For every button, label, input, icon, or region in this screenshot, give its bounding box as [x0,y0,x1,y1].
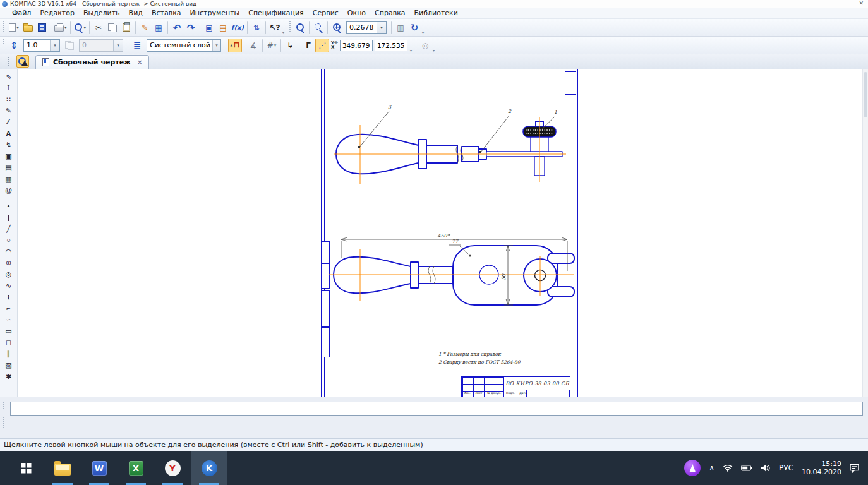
measure-tool[interactable]: ↯ [2,139,16,150]
grid-button[interactable]: # [265,39,279,52]
spec-document-tool[interactable]: ▤ [2,162,16,173]
menu-item[interactable]: Файл [8,8,35,18]
print-preview-button[interactable] [73,21,88,35]
geometry-panel-button[interactable] [16,55,29,68]
print-button[interactable] [53,21,68,35]
cursor-step-combo[interactable]: 1.0 ▾ [23,39,60,52]
clock[interactable]: 15:19 10.04.2020 [802,460,841,476]
toolbar-grip[interactable] [3,39,4,52]
zoom-scale-combo[interactable]: 0.2678 ▾ [346,21,387,34]
zoom-to-sheet-button[interactable] [293,21,307,35]
ellipse-tool[interactable]: ◎ [2,268,16,280]
tab-assembly-drawing[interactable]: Сборочный чертеж × [35,55,149,69]
property-bar-grip[interactable] [3,402,4,429]
zoom-area-button[interactable] [311,21,325,35]
save-button[interactable] [35,21,49,35]
parallel-lines-tool[interactable]: ∠ [2,116,16,128]
layout-tool[interactable]: ▦ [2,173,16,184]
text-tool[interactable]: A [2,128,16,139]
rebuild-button[interactable]: ▥ [394,21,407,35]
view-window-tool[interactable]: ▣ [2,150,16,162]
macro-button[interactable]: ◎ [418,39,432,52]
center-circle-tool[interactable]: ⊕ [2,257,16,268]
toolbar-overflow[interactable]: ▾ [433,48,435,52]
message-input[interactable] [10,402,863,416]
rectangle-tool[interactable]: ▭ [2,325,16,337]
toolbar-grip[interactable] [3,21,4,34]
open-document-button[interactable] [21,21,35,35]
current-layer-combo[interactable]: Системный слой (0) ▾ [147,39,221,52]
close-window-button[interactable]: ✕ [859,0,864,6]
alice-assistant-icon[interactable] [684,460,701,476]
arc-tool[interactable]: ◠ [2,246,16,257]
local-cs-button[interactable]: ↳ [283,39,297,52]
chevron-down-icon[interactable]: ▾ [377,22,386,33]
menu-item[interactable]: Редактор [35,8,79,18]
refresh-view-button[interactable]: ↻ [407,21,421,35]
snaps-button[interactable]: ⊔ [228,39,242,52]
menu-item[interactable]: Вставка [147,8,186,18]
menu-item[interactable]: Спецификация [244,8,308,18]
toolbar-overflow[interactable]: ▾ [422,30,424,35]
circle-tool[interactable]: ○ [2,234,16,246]
menu-item[interactable]: Вид [124,8,147,18]
toolbar-grip[interactable] [289,21,291,34]
point-tool[interactable]: • [2,200,16,212]
trim-tool[interactable]: ⊺ [2,82,16,93]
paste-button[interactable] [119,21,133,35]
equidistant-tool[interactable]: ∥ [2,348,16,359]
taskbar-explorer[interactable] [44,451,81,485]
menu-item[interactable]: Окно [343,8,370,18]
fx-button[interactable]: f(x) [230,21,245,35]
vertical-scrollbar[interactable] [862,69,868,397]
menu-item[interactable]: Библиотеки [410,8,462,18]
auxiliary-line-tool[interactable]: ╱ [2,223,16,234]
library-tool[interactable]: @ [2,184,16,196]
coordinate-x-field[interactable]: 172.535 [375,40,407,51]
drawing-canvas[interactable]: ВО.КИРО.38.03.00.СБ [18,69,868,397]
line-tool[interactable]: | [2,212,16,223]
copies-button[interactable] [63,39,76,52]
copy-button[interactable] [105,21,119,35]
context-help-button[interactable]: ↖? [268,21,282,35]
undo-button[interactable]: ↶ [170,21,184,35]
zoom-in-button[interactable] [330,21,344,35]
rounding-button[interactable]: ⋰ [315,39,329,52]
polyline-tool[interactable]: ⌐ [2,302,16,314]
menu-item[interactable]: Справка [370,8,409,18]
menu-item[interactable]: Выделить [79,8,124,18]
bezier-tool[interactable]: ∿ [2,280,16,291]
ortho-button[interactable]: Г [301,39,315,52]
start-button[interactable] [8,451,44,485]
assembly-view-top[interactable]: 3 2 1 [330,95,570,202]
cursor-step-button[interactable]: ⇕ [7,39,21,52]
taskbar-word[interactable]: W [81,451,118,485]
menu-item[interactable]: Сервис [308,8,343,18]
new-document-button[interactable] [7,21,21,35]
language-indicator[interactable]: РУС [779,464,793,472]
assembly-view-front[interactable]: 450* 50 77 [323,231,576,319]
specification-button[interactable]: ▦ [152,21,166,35]
chevron-down-icon[interactable]: ▾ [50,40,59,51]
hidden-icons-chevron[interactable]: ∧ [709,464,714,472]
menu-item[interactable]: Инструменты [186,8,244,18]
continuous-line-tool[interactable]: ≀ [2,291,16,302]
document-manager-button[interactable]: ▣ [202,21,216,35]
notification-center-icon[interactable] [850,464,859,473]
style-brush-tool[interactable]: ✎ [2,105,16,116]
toolbar-overflow[interactable]: ▾ [410,48,412,52]
parallel-button[interactable]: ∡ [246,39,260,52]
battery-icon[interactable] [741,465,752,471]
taskbar-kompas[interactable]: K [191,451,227,485]
points-grid-tool[interactable]: ∷ [2,93,16,105]
format-copy-button[interactable]: ✎ [138,21,152,35]
close-icon[interactable]: × [137,59,142,66]
curve-tool[interactable]: ∽ [2,314,16,325]
layers-button[interactable]: ≣ [130,39,144,52]
coordinate-y-field[interactable]: 349.679 [340,40,373,51]
selection-tool[interactable]: ⇖ [2,71,16,82]
redo-button[interactable]: ↷ [184,21,198,35]
speaker-icon[interactable] [761,464,771,472]
variables-button[interactable]: ▤ [216,21,230,35]
renumber-button[interactable]: ⇅ [250,21,263,35]
